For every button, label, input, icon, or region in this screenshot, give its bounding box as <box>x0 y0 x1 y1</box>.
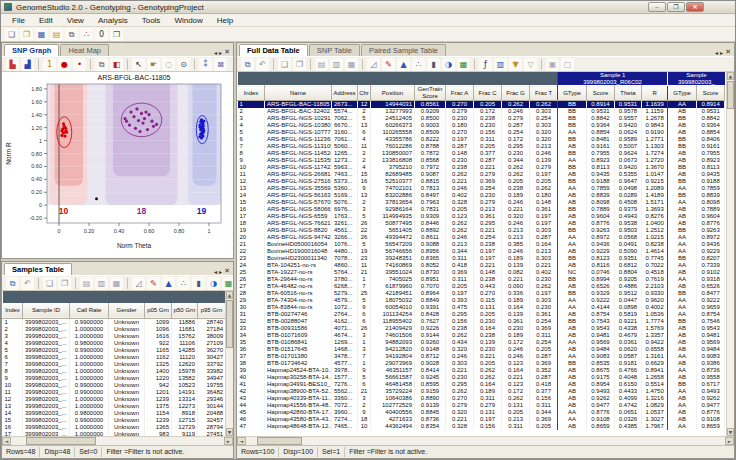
export-file-icon[interactable]: ❏ <box>43 277 56 290</box>
heatmap-icon[interactable]: ▦ <box>457 58 470 71</box>
fdt-row[interactable]: 16ARS-BFGL-NGS-580666976...3929861640.78… <box>238 206 725 213</box>
data-point[interactable] <box>155 123 158 126</box>
scroll-right-icon[interactable]: ► <box>224 437 233 445</box>
tab-scroll-left-icon[interactable]: ◂ <box>214 49 217 56</box>
fdt-row[interactable]: 17ARS-BFGL-NGS-65591763...51149949350.93… <box>238 213 725 220</box>
jitter-icon[interactable]: ⁑ <box>199 58 212 71</box>
tab-snp-graph[interactable]: SNP Graph <box>4 44 59 56</box>
pen-icon[interactable]: ✎ <box>382 58 395 71</box>
data-point[interactable] <box>135 107 138 110</box>
fdt-row[interactable]: 20ARS-BFGL-NGS-947423266...26493944720.8… <box>238 234 725 241</box>
tab-full-data-table[interactable]: Full Data Table <box>239 44 308 56</box>
data-point[interactable] <box>200 133 203 136</box>
tab-scroll-right-icon[interactable]: ▸ <box>219 268 222 275</box>
grid-large-icon[interactable]: ▦ <box>110 277 123 290</box>
data-point[interactable] <box>123 117 126 120</box>
histogram-blue-icon[interactable]: ▟ <box>21 58 34 71</box>
fdt-row[interactable]: 24BTA-104251-no-rs4860...11741608690.805… <box>238 262 725 269</box>
data-point[interactable] <box>152 125 155 128</box>
column-header-frac-t-9[interactable]: Frac T <box>530 86 558 101</box>
data-point[interactable] <box>137 119 140 122</box>
heatmap-icon[interactable]: ▦ <box>222 277 233 290</box>
tab-scroll-right-icon[interactable]: ▸ <box>720 49 723 56</box>
resize-icon[interactable]: ⊠ <box>214 58 227 71</box>
column-header-gentrain-score-5[interactable]: GenTrain Score <box>415 86 446 101</box>
samples-row[interactable]: 73999802003_...1.0000000Unknown132512620… <box>3 361 226 368</box>
data-point[interactable] <box>201 123 204 126</box>
fdt-row[interactable]: 1ARS-BFGL-BAC-118052673...12149440310.85… <box>238 101 725 109</box>
outlier-point[interactable] <box>95 197 98 200</box>
column-chart-icon[interactable]: ▮ <box>427 58 440 71</box>
histogram-red-icon[interactable]: ▙ <box>6 58 19 71</box>
open-project-icon[interactable]: ❐ <box>20 28 33 41</box>
fdt-row[interactable]: 43Hapmap40339-BTA-11...3360...3106403860… <box>238 395 725 402</box>
tab-heat-map[interactable]: Heat Map <box>60 44 109 56</box>
column-header-index-0[interactable]: Index <box>238 86 265 101</box>
samples-vertical-scrollbar[interactable]: ▲ ▼ <box>225 291 233 436</box>
data-point[interactable] <box>140 112 143 115</box>
samples-row[interactable]: 113999802003_...0.9900000Unknown12011419… <box>3 389 226 396</box>
fdt-row[interactable]: 22BovineHD19000160484480...19567466560.8… <box>238 248 725 255</box>
samples-row[interactable]: 153999802003_...0.9900000Unknown12391271… <box>3 417 226 424</box>
close-button[interactable]: ✕ <box>686 2 704 12</box>
column-header-chr-3[interactable]: Chr <box>358 86 371 101</box>
samples-row[interactable]: 63999802003_...1.0000000Unknown116211120… <box>3 354 226 361</box>
copy-plot-icon[interactable]: ⧉ <box>95 58 108 71</box>
scrollbar-thumb[interactable] <box>727 81 734 109</box>
fdt-row[interactable]: 35BTB-010868411269...1948820930.92600.43… <box>238 339 725 346</box>
scatter-plot-icon[interactable]: ∴ <box>412 58 425 71</box>
lasso-icon[interactable]: ◌ <box>162 58 175 71</box>
fdt-row[interactable]: 41Hapmap34991-BES10_...7276...6464814580… <box>238 381 725 388</box>
zero-errors-icon[interactable]: 0 <box>95 28 108 41</box>
data-point[interactable] <box>132 115 135 118</box>
column-chart-icon[interactable]: ▮ <box>192 277 205 290</box>
fdt-vertical-scrollbar[interactable]: ▲ ▼ <box>726 72 734 436</box>
fdt-row[interactable]: 45Hapmap42860-BTA-17...3960...9404005560… <box>238 409 725 416</box>
panel-close-icon[interactable]: ✕ <box>224 48 230 56</box>
samples-row[interactable]: 133999802003_...1.0000000Unknown13751227… <box>3 403 226 410</box>
import-file-icon[interactable]: ❐ <box>293 58 306 71</box>
fdt-row[interactable]: 27BTA-46482-no-rs6268...7618799600.70700… <box>238 283 725 290</box>
image-export-icon[interactable]: ⧉ <box>65 28 78 41</box>
samples-row[interactable]: 93999802003_...1.0000000Unknown122013582… <box>3 375 226 382</box>
fdt-row[interactable]: 18ARS-BFGL-NGS-766213261...26508774950.8… <box>238 220 725 227</box>
panel-close-icon[interactable]: ✕ <box>224 267 230 275</box>
tab-snp-table[interactable]: SNP Table <box>309 44 360 56</box>
menu-item-edit[interactable]: Edit <box>32 16 60 25</box>
lock-icon[interactable]: ▣ <box>546 58 559 71</box>
fdt-row[interactable]: 39Hapmap24524-BTA-10...3978...9463511570… <box>238 367 725 374</box>
tab-scroll-left-icon[interactable]: ◂ <box>214 268 217 275</box>
title-bar[interactable]: GenomeStudio 2.0 - Genotyping - Genotypi… <box>1 1 735 14</box>
column-header-p05-grn[interactable]: p05 Grn <box>145 303 172 318</box>
fdt-row[interactable]: 47Hapmap48648-BTA-12...7465...1044362494… <box>238 423 725 430</box>
column-header-frac-a-6[interactable]: Frac A <box>446 86 474 101</box>
data-point[interactable] <box>146 128 149 131</box>
fdt-row[interactable]: 31BTB-002747462764...61011342540.84280.2… <box>238 311 725 318</box>
tab-samples-table[interactable]: Samples Table <box>4 263 72 275</box>
scroll-up-icon[interactable]: ▲ <box>226 291 233 299</box>
samples-row[interactable]: 103999802003_...0.9900000Unknown94210523… <box>3 382 226 389</box>
fdt-row[interactable]: 30BTA-83844-no-rs1072...9600540100.93910… <box>238 304 725 311</box>
column-header-gtype-10[interactable]: GType <box>558 86 587 101</box>
grid-medium-icon[interactable]: ▥ <box>330 58 343 71</box>
column-header-frac-g-8[interactable]: Frac G <box>502 86 530 101</box>
column-header-theta-12[interactable]: Theta <box>615 86 642 101</box>
samples-row[interactable]: 83999802003_...1.0000000Unknown140015978… <box>3 368 226 375</box>
maximize-button[interactable]: ❐ <box>667 2 685 12</box>
samples-row[interactable]: 33999802003_...1.0000000Unknown161615762… <box>3 333 226 340</box>
triangle-chart-icon[interactable]: ▲ <box>397 58 410 71</box>
fdt-row[interactable]: 6ARS-BFGL-NGS-1123637061...4433557860.82… <box>238 136 725 143</box>
fdt-row[interactable]: 38BTB-017346424577...1290739690.90280.30… <box>238 360 725 367</box>
fdt-row[interactable]: 42Hapmap38900-BTA-52...5562...2135729224… <box>238 388 725 395</box>
pan-hand-icon[interactable]: ☛ <box>147 58 160 71</box>
cluster-dots-icon[interactable]: ∴ <box>80 28 93 41</box>
data-point[interactable] <box>64 127 67 130</box>
scroll-down-icon[interactable]: ▼ <box>226 428 233 436</box>
fdt-row[interactable]: 14ARS-BFGL-NGS-561635169...13832028860.8… <box>238 192 725 199</box>
line-chart-icon[interactable]: ◿ <box>367 58 380 71</box>
cursor-icon[interactable]: ↖ <box>132 58 145 71</box>
data-point[interactable] <box>199 120 202 123</box>
scrollbar-thumb[interactable] <box>26 437 96 445</box>
samples-row[interactable]: 143999802003_...0.9800000Unknown11548918… <box>3 410 226 417</box>
samples-row[interactable]: 163999802003_...1.0000000Unknown13651272… <box>3 424 226 431</box>
